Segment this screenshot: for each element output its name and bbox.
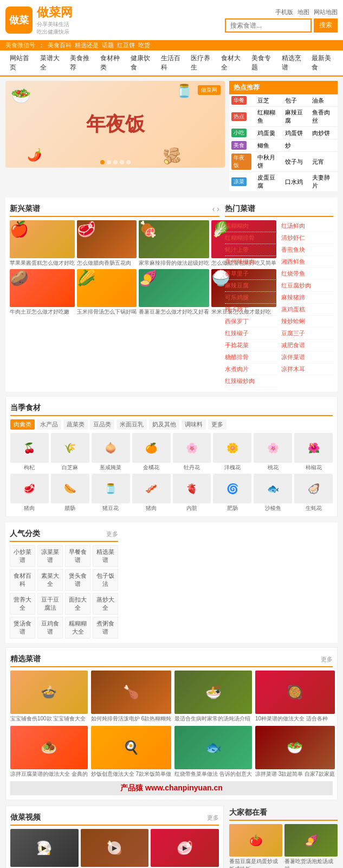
nav-top-item-5[interactable]: 吃货 [138,41,150,49]
list-item[interactable]: 凉菜菜谱 [37,545,63,567]
recipe-thumb[interactable]: 🍠 [139,269,209,307]
ing-thumb[interactable]: 🌸 [173,433,211,463]
recipe-card-thumb[interactable]: 🍳 [91,726,171,769]
ing-cat-seafood[interactable]: 水产品 [37,419,61,430]
hot-item[interactable]: 油条 [312,97,324,104]
list-item[interactable]: 煲头食谱 [65,569,90,591]
nav-top-item-2[interactable]: 精选还是 [75,41,99,49]
nav-main-health[interactable]: 健康饮食 [126,50,157,75]
hot-item[interactable]: 鸡蛋饼 [285,130,303,136]
ing-cat-spice[interactable]: 调味料 [182,419,206,430]
recipe-card-thumb[interactable]: 🍜 [174,671,252,714]
search-button[interactable]: 搜索 [314,18,338,33]
watch-thumb[interactable]: 🍅 [229,824,282,857]
ing-thumb[interactable]: 🍊 [132,433,171,463]
ing-cat-more[interactable]: 更多 [208,419,226,430]
hot-item[interactable]: 饺子与 [285,158,303,165]
top-link-mobile[interactable]: 手机版 [275,8,293,16]
list-item[interactable]: 煮粥食谱 [93,617,118,639]
ing-thumb[interactable]: 🌺 [294,433,333,463]
list-item[interactable]: 早餐食谱 [65,545,90,567]
list-item[interactable]: 糯糊糊大全 [65,617,90,639]
ing-thumb[interactable]: 🌭 [51,474,89,503]
list-item[interactable]: 煲汤食谱 [10,617,35,639]
ing-thumb[interactable]: 🦪 [294,474,333,503]
nav-main-medical[interactable]: 医疗养生 [186,50,217,75]
banner-dot-1[interactable] [100,160,105,164]
list-item[interactable]: 蒸炒大全 [93,593,118,615]
video-thumb[interactable]: 🥩 ▶ [151,829,219,867]
banner-dot-2[interactable] [107,160,111,164]
prev-btn[interactable]: ‹ [212,205,215,213]
recipe-card-thumb[interactable]: 🍗 [91,671,171,714]
popular-cats-more[interactable]: 更多 [106,530,118,538]
nav-top-item-3[interactable]: 话题 [102,41,114,49]
recipe-thumb[interactable]: 🥔 [10,269,75,307]
nav-main-recipes[interactable]: 菜谱大全 [36,50,66,75]
nav-main-food[interactable]: 美食推荐 [66,50,96,75]
ing-thumb[interactable]: 🫀 [173,474,211,503]
ing-cat-veg[interactable]: 蔬菜类 [63,419,88,430]
nav-main-new[interactable]: 最新美食 [307,50,338,75]
hot-item[interactable]: 夫妻肺片 [312,174,330,189]
list-item[interactable]: 豆干豆腐法 [37,593,63,615]
banner-dot-5[interactable] [126,160,131,164]
list-item[interactable]: 包子饭法 [93,569,118,591]
top-link-sitemap[interactable]: 网站地图 [314,8,338,16]
hot-item[interactable]: 中秋月饼 [257,154,275,169]
ing-thumb[interactable]: 🧅 [92,433,130,463]
nav-main-life[interactable]: 生活百科 [157,50,187,75]
hot-item[interactable]: 肉炒饼 [312,130,330,136]
watch-thumb[interactable]: 🍠 [284,824,338,857]
recipe-thumb[interactable]: 🍖 [139,220,209,258]
recipe-card-thumb[interactable]: 🧆 [10,726,88,769]
ing-cat-grain[interactable]: 米面豆乳 [117,419,147,430]
ing-thumb[interactable]: 🌾 [51,433,89,463]
hot-item[interactable]: 豆芝 [257,97,269,104]
hot-item[interactable]: 炒 [285,142,291,149]
ing-thumb[interactable]: 🐟 [254,474,292,503]
ing-thumb[interactable]: 🍒 [10,433,49,463]
recipe-card-thumb[interactable]: 🐟 [174,726,252,769]
recipe-thumb[interactable]: 🍎 [10,220,75,258]
nav-main-selected[interactable]: 精选烹谱 [277,50,308,75]
list-item[interactable]: 精选菜谱 [93,545,118,567]
hot-item[interactable]: 鸡蛋羹 [257,130,275,136]
next-btn[interactable]: › [217,205,219,213]
ing-thumb[interactable]: 🥩 [10,474,49,503]
selected-recipes-more[interactable]: 更多 [321,655,333,663]
nav-main-materials[interactable]: 食材大全 [217,50,247,75]
recipe-card-thumb[interactable]: 🍲 [10,671,88,714]
list-item[interactable]: 豆鸡食谱 [37,617,63,639]
nav-main-ingredients[interactable]: 食材种类 [96,50,126,75]
ing-cat-dairy[interactable]: 奶及其他 [149,419,179,430]
search-input[interactable] [225,18,312,33]
ing-thumb[interactable]: 🌀 [213,474,251,503]
list-item[interactable]: 营养大全 [10,593,35,615]
recipe-card-thumb[interactable]: 🥗 [255,726,335,769]
list-item[interactable]: 食材百科 [10,569,35,591]
ing-thumb[interactable]: 🫙 [92,474,130,503]
video-more[interactable]: 更多 [207,814,219,822]
hot-item[interactable]: 麻辣豆腐 [285,109,303,124]
hot-item[interactable]: 鱼香肉丝 [312,109,330,124]
list-item[interactable]: 素菜大全 [37,569,63,591]
recipe-thumb[interactable]: 🥩 [77,220,137,258]
recipe-thumb[interactable]: 🌽 [77,269,137,307]
ing-cat-bean[interactable]: 豆品类 [90,419,114,430]
hot-item[interactable]: 口水鸡 [285,178,303,185]
banner-dot-3[interactable] [113,160,118,164]
hot-item[interactable]: 皮蛋豆腐 [257,174,275,189]
hot-item[interactable]: 包子 [285,97,297,104]
ing-thumb[interactable]: 🌼 [213,433,251,463]
ing-thumb[interactable]: 🥓 [132,474,171,503]
video-thumb[interactable]: 🍗 ▶ [81,829,149,867]
hot-item[interactable]: 红糊糊鱼 [257,109,275,124]
list-item[interactable]: 小炒菜谱 [10,545,35,567]
nav-top-item-1[interactable]: 美食百科 [48,41,72,49]
ing-cat-meat[interactable]: 肉禽类 [10,419,35,430]
nav-main-home[interactable]: 网站首页 [5,50,36,75]
hot-item[interactable]: 鲫鱼 [257,142,269,149]
nav-main-special[interactable]: 美食专题 [247,50,277,75]
list-item[interactable]: 面扣大全 [65,593,90,615]
